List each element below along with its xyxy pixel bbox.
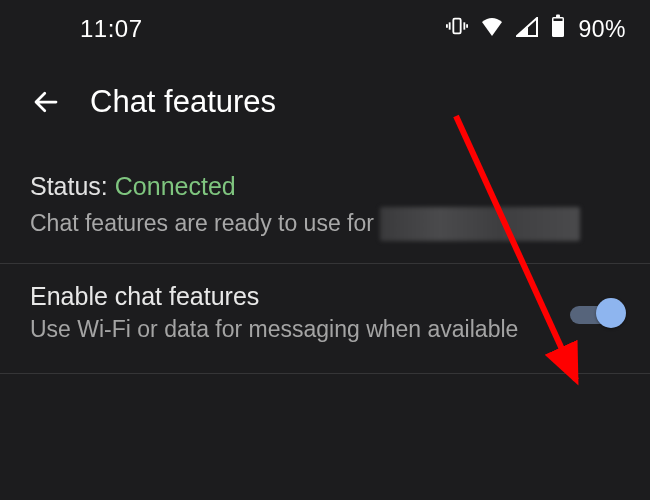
connection-status: Status: Connected	[30, 172, 620, 201]
vibrate-icon	[446, 15, 468, 43]
status-label: Status:	[30, 172, 108, 200]
redacted-phone-number	[380, 207, 580, 241]
svg-rect-7	[554, 19, 563, 22]
battery-icon	[550, 14, 566, 44]
battery-percent: 90%	[578, 16, 626, 43]
svg-rect-6	[556, 15, 560, 18]
wifi-icon	[480, 15, 504, 43]
status-time: 11:07	[24, 15, 143, 43]
svg-rect-0	[454, 19, 461, 34]
enable-chat-toggle[interactable]	[570, 302, 620, 324]
enable-chat-features-row[interactable]: Enable chat features Use Wi-Fi or data f…	[0, 264, 650, 374]
enable-chat-text: Enable chat features Use Wi-Fi or data f…	[30, 282, 550, 345]
enable-chat-subtitle: Use Wi-Fi or data for messaging when ava…	[30, 315, 550, 345]
toggle-thumb	[596, 298, 626, 328]
status-subtitle: Chat features are ready to use for	[30, 208, 374, 239]
status-section: Status: Connected Chat features are read…	[0, 154, 650, 264]
cell-signal-icon	[516, 15, 538, 43]
page-title: Chat features	[90, 84, 276, 120]
back-button[interactable]	[30, 86, 62, 118]
android-status-bar: 11:07	[0, 0, 650, 54]
enable-chat-title: Enable chat features	[30, 282, 550, 311]
status-subtitle-row: Chat features are ready to use for	[30, 207, 620, 241]
page-header: Chat features	[0, 54, 650, 154]
status-value: Connected	[115, 172, 236, 200]
arrow-left-icon	[31, 87, 61, 117]
status-indicators: 90%	[446, 14, 626, 44]
